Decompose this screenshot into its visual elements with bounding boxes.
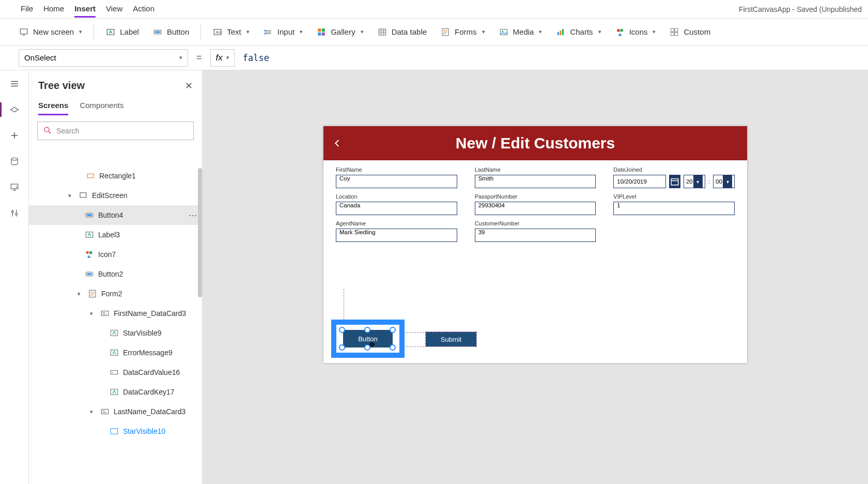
resize-handle[interactable] — [390, 327, 396, 333]
tree-item-datacardkey17[interactable]: DataCardKey17 — [29, 382, 202, 402]
tree-item-starvisible10[interactable]: StarVisible10 — [29, 421, 202, 441]
form-title: New / Edit Customers — [456, 134, 615, 152]
submit-button[interactable]: Submit — [426, 332, 476, 346]
insert-button-button[interactable]: Button — [147, 24, 194, 40]
svg-rect-24 — [675, 28, 678, 32]
svg-point-27 — [11, 158, 18, 160]
custom-dropdown[interactable]: Custom — [664, 24, 716, 40]
passport-input[interactable]: 29930404 — [475, 202, 596, 215]
tree-view-panel: Tree view ✕ Screens Components Search La… — [29, 70, 203, 484]
close-icon[interactable]: ✕ — [185, 80, 193, 92]
tab-components[interactable]: Components — [80, 101, 123, 115]
more-icon[interactable]: ⋯ — [189, 210, 198, 221]
minute-dropdown[interactable]: 00▾ — [713, 175, 735, 188]
datejoined-field: DateJoined 10/20/2019 20▾ : 00▾ — [613, 167, 735, 188]
screen-icon — [79, 191, 88, 200]
form-header: New / Edit Customers — [323, 126, 747, 160]
media-dropdown[interactable]: Media▾ — [493, 24, 548, 40]
chevron-down-icon[interactable]: ▾ — [78, 291, 84, 297]
gallery-dropdown[interactable]: Gallery▾ — [311, 24, 369, 40]
tree-item-errormessage9[interactable]: ErrorMessage9 — [29, 343, 202, 362]
menu-action[interactable]: Action — [133, 1, 154, 18]
resize-handle[interactable] — [364, 327, 370, 333]
edit-screen-canvas[interactable]: New / Edit Customers FirstName Coy LastN… — [323, 126, 747, 363]
charts-dropdown[interactable]: Charts▾ — [550, 24, 606, 40]
lastname-label: LastName — [475, 167, 596, 173]
resize-handle[interactable] — [390, 344, 396, 351]
lastname-input[interactable]: Smith — [475, 175, 596, 188]
svg-point-31 — [44, 127, 49, 132]
data-table-button[interactable]: Data table — [372, 24, 432, 40]
location-input[interactable]: Canada — [336, 202, 457, 215]
add-icon[interactable] — [8, 129, 21, 142]
svg-rect-23 — [671, 28, 674, 32]
passport-label: PassportNumber — [475, 193, 596, 200]
resize-handle[interactable] — [339, 327, 345, 333]
calendar-icon[interactable] — [669, 175, 680, 188]
chevron-down-icon[interactable]: ▾ — [68, 192, 74, 199]
monitor-icon[interactable] — [8, 181, 21, 193]
tree-item-editscreen[interactable]: ▾ EditScreen — [29, 186, 202, 205]
formula-input[interactable]: false — [240, 53, 864, 63]
tree-item-icon7[interactable]: Icon7 — [29, 245, 202, 264]
charts-icon — [555, 27, 566, 37]
hamburger-icon[interactable] — [8, 78, 21, 90]
menu-file[interactable]: File — [21, 1, 33, 18]
viplevel-input[interactable]: 1 — [613, 202, 735, 215]
svg-rect-4 — [155, 31, 160, 33]
label-button[interactable]: Label — [100, 24, 144, 40]
back-icon[interactable] — [333, 135, 342, 152]
menu-home[interactable]: Home — [43, 1, 64, 18]
svg-point-16 — [502, 31, 503, 32]
new-screen-button[interactable]: New screen▾ — [13, 24, 87, 40]
chevron-down-icon[interactable]: ▾ — [90, 409, 96, 415]
canvas-area[interactable]: New / Edit Customers FirstName Coy LastN… — [203, 70, 868, 484]
svg-text:Abc: Abc — [216, 30, 223, 35]
label-icon — [110, 348, 119, 357]
resize-handle[interactable] — [339, 344, 345, 351]
tree-item-button2[interactable]: Button2 — [29, 264, 202, 284]
scrollbar[interactable] — [198, 168, 202, 297]
firstname-input[interactable]: Coy — [336, 175, 457, 188]
forms-dropdown[interactable]: Forms▾ — [435, 24, 490, 40]
tree-item-datacardvalue16[interactable]: DataCardValue16 — [29, 362, 202, 382]
property-selector[interactable]: OnSelect▾ — [19, 49, 188, 67]
lastname-field: LastName Smith — [475, 167, 596, 188]
hour-dropdown[interactable]: 20▾ — [684, 175, 705, 188]
text-dropdown[interactable]: Abc Text▾ — [207, 24, 255, 40]
chevron-down-icon: ▾ — [226, 54, 229, 61]
tree-item-button4[interactable]: Button4 ⋯ — [29, 205, 202, 225]
fx-button[interactable]: fx▾ — [210, 49, 235, 67]
tree-view-icon[interactable] — [8, 103, 21, 116]
data-table-icon — [377, 27, 388, 37]
data-icon[interactable] — [8, 155, 21, 168]
icons-dropdown[interactable]: Icons▾ — [610, 24, 661, 40]
chevron-down-icon: ▾ — [653, 28, 656, 35]
tree-item-form2[interactable]: ▾ Form2 — [29, 284, 202, 304]
input-dropdown[interactable]: Input▾ — [258, 24, 308, 40]
date-input[interactable]: 10/20/2019 — [613, 175, 666, 188]
tree-item-label1[interactable]: Label1 — [29, 146, 202, 166]
chevron-down-icon: ▾ — [723, 175, 732, 188]
tree-item-label3[interactable]: Label3 — [29, 225, 202, 245]
chevron-down-icon[interactable]: ▾ — [90, 310, 96, 317]
menu-view[interactable]: View — [106, 1, 122, 18]
tree-item-rectangle1[interactable]: Rectangle1 — [29, 166, 202, 186]
customernum-field: CustomerNumber 39 — [475, 220, 596, 242]
svg-point-30 — [15, 213, 17, 215]
label-icon — [110, 387, 119, 397]
tree-item-lastname-card[interactable]: ▾ LastName_DataCard3 — [29, 402, 202, 421]
tree-item-firstname-card[interactable]: ▾ FirstName_DataCard3 — [29, 304, 202, 323]
tree-item-starvisible9[interactable]: StarVisible9 — [29, 323, 202, 343]
agentname-input[interactable]: Mark Siedling — [336, 229, 457, 242]
svg-rect-33 — [80, 193, 86, 198]
tools-icon[interactable] — [8, 207, 21, 219]
tab-screens[interactable]: Screens — [38, 101, 68, 115]
customernum-input[interactable]: 39 — [475, 229, 596, 242]
svg-rect-38 — [89, 251, 92, 254]
search-input[interactable]: Search — [37, 122, 194, 140]
svg-rect-25 — [671, 32, 674, 35]
resize-handle[interactable] — [364, 344, 370, 351]
menu-insert[interactable]: Insert — [74, 1, 96, 18]
svg-rect-12 — [322, 32, 325, 35]
